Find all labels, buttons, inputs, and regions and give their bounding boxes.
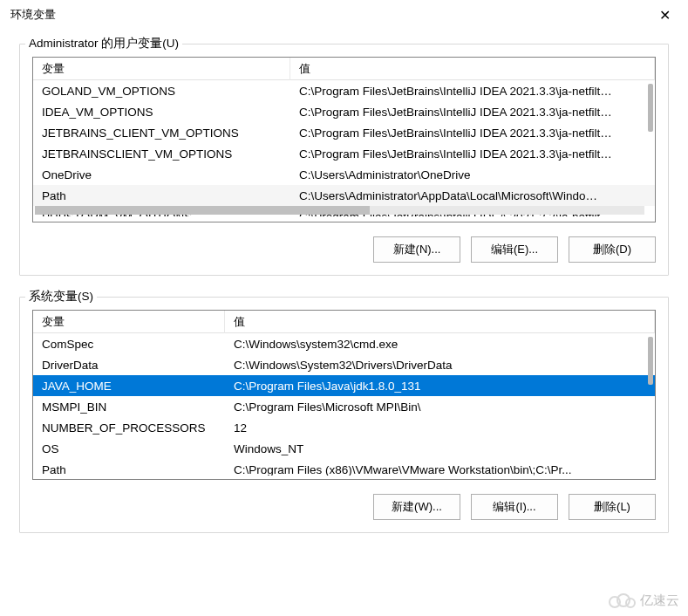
var-name: JETBRAINSCLIENT_VM_OPTIONS — [33, 146, 290, 162]
table-row[interactable]: JETBRAINSCLIENT_VM_OPTIONS C:\Program Fi… — [33, 143, 655, 164]
var-value: C:\Program Files (x86)\VMware\VMware Wor… — [225, 462, 655, 476]
var-name: OS — [33, 441, 225, 457]
vertical-scrollbar[interactable] — [648, 84, 653, 132]
var-value: C:\Program Files\JetBrains\IntelliJ IDEA… — [290, 146, 655, 162]
table-row[interactable]: MSMPI_BIN C:\Program Files\Microsoft MPI… — [33, 396, 655, 417]
titlebar: 环境变量 ✕ — [0, 0, 688, 26]
new-system-var-button[interactable]: 新建(W)... — [373, 494, 460, 520]
var-name: Path — [33, 462, 225, 476]
system-list-body[interactable]: ComSpec C:\Windows\system32\cmd.exe Driv… — [33, 333, 655, 476]
edit-system-var-button[interactable]: 编辑(I)... — [471, 494, 558, 520]
column-header-variable[interactable]: 变量 — [33, 58, 290, 80]
table-row[interactable]: OS Windows_NT — [33, 438, 655, 459]
user-variables-list[interactable]: 变量 值 GOLAND_VM_OPTIONS C:\Program Files\… — [32, 57, 656, 222]
table-row[interactable]: ComSpec C:\Windows\system32\cmd.exe — [33, 333, 655, 354]
svg-point-2 — [626, 599, 635, 607]
user-variables-label: Administrator 的用户变量(U) — [25, 36, 182, 51]
var-value: C:\Program Files\Microsoft MPI\Bin\ — [225, 399, 655, 415]
edit-user-var-button[interactable]: 编辑(E)... — [471, 236, 558, 263]
user-variables-group: Administrator 的用户变量(U) 变量 值 GOLAND_VM_OP… — [19, 44, 669, 276]
table-row[interactable]: IDEA_VM_OPTIONS C:\Program Files\JetBrai… — [33, 101, 655, 122]
var-name: JAVA_HOME — [33, 378, 225, 394]
table-row[interactable]: JETBRAINS_CLIENT_VM_OPTIONS C:\Program F… — [33, 122, 655, 143]
content-area: Administrator 的用户变量(U) 变量 值 GOLAND_VM_OP… — [0, 26, 688, 533]
var-name: OneDrive — [33, 167, 290, 183]
watermark-text: 亿速云 — [640, 592, 679, 609]
system-list-header: 变量 值 — [33, 311, 655, 333]
var-value: C:\Users\Administrator\OneDrive — [290, 167, 655, 183]
scrollbar-thumb[interactable] — [35, 206, 370, 215]
user-list-body[interactable]: GOLAND_VM_OPTIONS C:\Program Files\JetBr… — [33, 80, 655, 216]
system-variables-group: 系统变量(S) 变量 值 ComSpec C:\Windows\system32… — [19, 297, 669, 533]
table-row[interactable]: DriverData C:\Windows\System32\Drivers\D… — [33, 354, 655, 375]
var-value: C:\Windows\system32\cmd.exe — [225, 336, 655, 352]
cloud-icon — [607, 592, 637, 609]
var-value: C:\Program Files\JetBrains\IntelliJ IDEA… — [290, 83, 655, 99]
user-list-header: 变量 值 — [33, 58, 655, 80]
var-value: 12 — [225, 420, 655, 436]
var-name: IDEA_VM_OPTIONS — [33, 104, 290, 120]
table-row[interactable]: NUMBER_OF_PROCESSORS 12 — [33, 417, 655, 438]
watermark: 亿速云 — [607, 592, 679, 609]
close-icon[interactable]: ✕ — [651, 7, 679, 24]
var-value: C:\Users\Administrator\AppData\Local\Mic… — [290, 188, 655, 204]
column-header-value[interactable]: 值 — [290, 58, 655, 80]
var-value: Windows_NT — [225, 441, 655, 457]
var-value: C:\Program Files\Java\jdk1.8.0_131 — [225, 378, 655, 394]
var-name: GOLAND_VM_OPTIONS — [33, 83, 290, 99]
table-row[interactable]: OneDrive C:\Users\Administrator\OneDrive — [33, 164, 655, 185]
new-user-var-button[interactable]: 新建(N)... — [373, 236, 460, 263]
delete-system-var-button[interactable]: 删除(L) — [569, 494, 656, 520]
table-row[interactable]: Path C:\Program Files (x86)\VMware\VMwar… — [33, 459, 655, 476]
table-row[interactable]: GOLAND_VM_OPTIONS C:\Program Files\JetBr… — [33, 80, 655, 101]
var-name: ComSpec — [33, 336, 225, 352]
var-name: JETBRAINS_CLIENT_VM_OPTIONS — [33, 125, 290, 141]
vertical-scrollbar[interactable] — [648, 337, 653, 385]
delete-user-var-button[interactable]: 删除(D) — [569, 236, 656, 263]
table-row[interactable]: Path C:\Users\Administrator\AppData\Loca… — [33, 185, 655, 206]
var-name: MSMPI_BIN — [33, 399, 225, 415]
var-name: NUMBER_OF_PROCESSORS — [33, 420, 225, 436]
var-value: C:\Windows\System32\Drivers\DriverData — [225, 357, 655, 373]
column-header-value[interactable]: 值 — [225, 311, 655, 333]
var-name: DriverData — [33, 357, 225, 373]
column-header-variable[interactable]: 变量 — [33, 311, 225, 333]
window-title: 环境变量 — [10, 7, 56, 23]
var-value: C:\Program Files\JetBrains\IntelliJ IDEA… — [290, 125, 655, 141]
var-value: C:\Program Files\JetBrains\IntelliJ IDEA… — [290, 104, 655, 120]
table-row[interactable]: JAVA_HOME C:\Program Files\Java\jdk1.8.0… — [33, 375, 655, 396]
system-variables-label: 系统变量(S) — [25, 289, 97, 305]
horizontal-scrollbar[interactable] — [35, 206, 644, 215]
user-button-row: 新建(N)... 编辑(E)... 删除(D) — [32, 236, 656, 263]
system-button-row: 新建(W)... 编辑(I)... 删除(L) — [32, 494, 656, 520]
var-name: Path — [33, 188, 290, 204]
system-variables-list[interactable]: 变量 值 ComSpec C:\Windows\system32\cmd.exe… — [32, 310, 656, 480]
